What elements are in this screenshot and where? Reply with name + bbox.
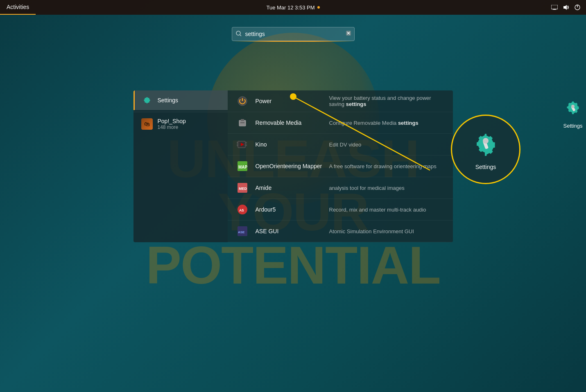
- svg-point-14: [571, 105, 575, 108]
- svg-rect-21: [237, 144, 238, 144]
- volume-icon[interactable]: [562, 4, 570, 11]
- svg-marker-3: [563, 5, 567, 10]
- svg-point-36: [483, 138, 489, 144]
- right-panel: Power View your battery status and chang…: [228, 90, 453, 242]
- svg-text:MAP: MAP: [238, 165, 248, 169]
- notification-dot: [317, 6, 320, 9]
- kino-desc: Edit DV video: [329, 142, 445, 148]
- topbar: Activities Tue Mar 12 3:53 PM: [0, 0, 586, 15]
- power-name: Power: [256, 98, 329, 104]
- svg-rect-1: [553, 9, 556, 10]
- separator: [133, 112, 228, 112]
- settings-main-icon: [560, 95, 586, 121]
- results-container: Settings 🛍 Pop!_Shop 148 more: [133, 90, 453, 242]
- list-item[interactable]: Removable Media Configure Removable Medi…: [228, 112, 453, 134]
- svg-rect-22: [237, 145, 238, 146]
- list-item[interactable]: A5 Ardour5 Record, mix and master multi-…: [228, 199, 453, 221]
- svg-rect-18: [240, 122, 244, 123]
- zoom-settings-label: Settings: [475, 164, 496, 170]
- svg-text:MED: MED: [239, 187, 247, 191]
- app-settings-label: Settings: [158, 97, 179, 104]
- removable-detail-icon: [236, 116, 249, 129]
- search-icon: [236, 31, 242, 38]
- svg-rect-23: [245, 142, 247, 143]
- amide-desc: analysis tool for medical images: [329, 185, 445, 191]
- settings-main-label: Settings: [563, 123, 583, 129]
- search-container: [232, 27, 355, 41]
- removable-desc: Configure Removable Media settings: [329, 120, 445, 126]
- svg-text:A5: A5: [239, 208, 244, 212]
- openorienteering-desc: A free software for drawing orienteering…: [329, 163, 445, 169]
- ardour-desc: Record, mix and master multi-track audio: [329, 207, 445, 213]
- svg-rect-20: [237, 142, 238, 143]
- ardour-detail-icon: A5: [236, 203, 249, 216]
- svg-text:ASE: ASE: [238, 230, 245, 234]
- svg-point-8: [236, 31, 240, 35]
- asegui-name: ASE GUI: [256, 228, 329, 234]
- popshop-label: Pop!_Shop: [158, 118, 186, 124]
- svg-rect-24: [245, 144, 247, 144]
- svg-rect-0: [551, 5, 558, 9]
- list-item[interactable]: MED Amide analysis tool for medical imag…: [228, 177, 453, 199]
- openorienteering-name: OpenOrienteering Mapper: [256, 163, 329, 169]
- search-clear-button[interactable]: [346, 30, 351, 38]
- activities-button[interactable]: Activities: [0, 0, 36, 15]
- svg-rect-17: [241, 119, 244, 121]
- list-item[interactable]: 🛍 Pop!_Shop 148 more: [133, 114, 228, 134]
- settings-zoom-circle[interactable]: Settings: [451, 115, 520, 184]
- popshop-sub: 148 more: [158, 124, 186, 130]
- topbar-right-icons: [551, 0, 581, 15]
- list-item[interactable]: ASE ASE GUI Atomic Simulation Environmen…: [228, 221, 453, 242]
- search-underline: [232, 41, 355, 42]
- list-item[interactable]: Kino Edit DV video: [228, 134, 453, 155]
- left-panel: Settings 🛍 Pop!_Shop 148 more: [133, 90, 228, 242]
- clock: Tue Mar 12 3:53 PM: [266, 5, 319, 11]
- list-item[interactable]: Power View your battery status and chang…: [228, 90, 453, 112]
- list-item[interactable]: Settings: [133, 90, 228, 110]
- removable-name: Removable Media: [256, 119, 329, 126]
- ardour-name: Ardour5: [256, 206, 329, 213]
- svg-rect-25: [245, 145, 247, 146]
- kino-detail-icon: [236, 138, 249, 151]
- amide-detail-icon: MED: [236, 181, 249, 194]
- list-item[interactable]: MAP OpenOrienteering Mapper A free softw…: [228, 155, 453, 177]
- asegui-desc: Atomic Simulation Environment GUI: [329, 228, 445, 234]
- svg-line-9: [240, 35, 241, 36]
- main-settings-result[interactable]: Settings: [560, 95, 586, 129]
- search-overlay: Settings Settings 🛍: [0, 15, 586, 392]
- amide-name: Amide: [256, 185, 329, 191]
- asegui-detail-icon: ASE: [236, 225, 249, 238]
- power-desc: View your battery status and change powe…: [329, 95, 445, 107]
- openorienteering-detail-icon: MAP: [236, 160, 249, 173]
- search-input[interactable]: [232, 27, 355, 41]
- popshop-app-icon: 🛍: [141, 118, 153, 130]
- power-detail-icon: [236, 95, 249, 108]
- svg-rect-2: [552, 10, 557, 10]
- screen-icon[interactable]: [551, 4, 558, 11]
- settings-app-icon: [141, 95, 153, 106]
- power-icon[interactable]: [574, 4, 581, 11]
- kino-name: Kino: [256, 141, 329, 148]
